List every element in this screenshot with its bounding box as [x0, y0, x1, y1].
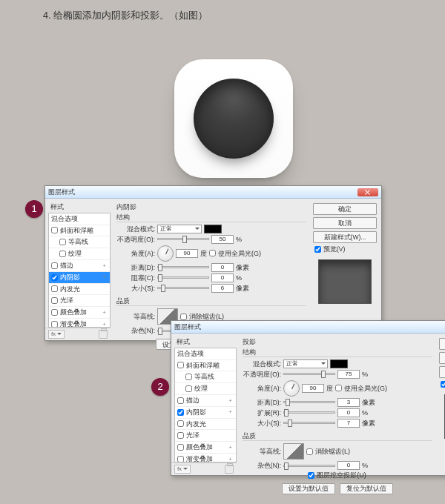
blend-mode-select[interactable]: 正常	[157, 225, 202, 233]
titlebar[interactable]: 图层样式	[45, 186, 381, 199]
global-light-label: 使用全局光(G)	[218, 250, 261, 258]
style-item-checkbox[interactable]	[59, 251, 66, 257]
shadow-color-swatch[interactable]	[204, 225, 222, 233]
style-item-渐变叠加[interactable]: 渐变叠加+	[175, 454, 236, 462]
noise-slider[interactable]	[283, 465, 335, 467]
style-item-checkbox[interactable]	[177, 432, 184, 439]
style-item-checkbox[interactable]	[177, 397, 184, 404]
style-item-纹理[interactable]: 纹理	[49, 248, 110, 260]
new-style-button[interactable]: 新建样式(W)...	[313, 231, 377, 243]
style-item-内阴影[interactable]: 内阴影+	[49, 272, 110, 284]
size-slider[interactable]	[157, 287, 209, 289]
distance-slider[interactable]	[283, 401, 335, 403]
angle-dial[interactable]	[157, 245, 174, 262]
plus-icon: +	[228, 444, 234, 451]
style-item-渐变叠加[interactable]: 渐变叠加+	[49, 319, 110, 328]
trash-icon[interactable]	[225, 465, 234, 474]
style-item-光泽[interactable]: 光泽	[175, 430, 236, 442]
style-list-header: 样式	[174, 336, 237, 348]
style-item-checkbox[interactable]	[51, 321, 58, 328]
style-item-纹理[interactable]: 纹理	[175, 383, 236, 395]
noise-field[interactable]: 0	[337, 461, 360, 470]
style-list-header: 样式	[48, 202, 111, 213]
style-list-panel: 样式 混合选项斜面和浮雕等高线纹理描边+内阴影+内发光光泽颜色叠加+渐变叠加+图…	[48, 202, 111, 328]
spread-slider[interactable]	[283, 411, 335, 414]
choke-unit: %	[236, 274, 242, 282]
new-style-button[interactable]: 新建样式(W)...	[439, 366, 445, 378]
ok-button[interactable]: 确定	[313, 203, 377, 215]
style-item-checkbox[interactable]	[59, 239, 66, 245]
size-slider[interactable]	[283, 422, 335, 424]
size-field[interactable]: 6	[211, 284, 234, 293]
style-item-checkbox[interactable]	[51, 309, 58, 316]
ok-button[interactable]: 确定	[439, 338, 445, 350]
choke-field[interactable]: 0	[211, 273, 234, 282]
distance-slider[interactable]	[157, 266, 209, 268]
style-item-checkbox[interactable]	[177, 420, 184, 427]
style-item-颜色叠加[interactable]: 颜色叠加+	[175, 442, 236, 454]
style-item-描边[interactable]: 描边+	[49, 260, 110, 272]
angle-field[interactable]: 90	[176, 249, 198, 258]
style-item-斜面和浮雕[interactable]: 斜面和浮雕	[175, 360, 236, 372]
style-item-checkbox[interactable]	[177, 444, 184, 451]
preview-checkbox[interactable]	[314, 246, 321, 253]
style-item-checkbox[interactable]	[177, 456, 184, 462]
style-item-checkbox[interactable]	[51, 285, 58, 292]
anti-alias-checkbox[interactable]	[180, 314, 187, 320]
style-item-斜面和浮雕[interactable]: 斜面和浮雕	[49, 225, 110, 237]
angle-field[interactable]: 90	[302, 384, 324, 393]
contour-picker[interactable]	[283, 443, 304, 460]
opacity-slider[interactable]	[283, 373, 335, 375]
distance-field[interactable]: 0	[211, 263, 234, 272]
opacity-slider[interactable]	[157, 238, 209, 240]
distance-field[interactable]: 3	[337, 398, 360, 407]
fx-menu-button[interactable]: fx	[48, 330, 65, 339]
spread-field[interactable]: 0	[337, 408, 360, 417]
style-item-等高线[interactable]: 等高线	[175, 371, 236, 383]
global-light-checkbox[interactable]	[335, 385, 342, 391]
style-item-内阴影[interactable]: 内阴影+	[175, 407, 236, 419]
choke-slider[interactable]	[157, 276, 209, 279]
style-item-颜色叠加[interactable]: 颜色叠加+	[49, 307, 110, 319]
style-item-光泽[interactable]: 光泽	[49, 295, 110, 307]
style-item-等高线[interactable]: 等高线	[49, 236, 110, 248]
size-field[interactable]: 7	[337, 419, 360, 428]
opacity-field[interactable]: 75	[337, 370, 360, 379]
anti-alias-checkbox[interactable]	[306, 448, 313, 455]
opacity-field[interactable]: 50	[211, 235, 234, 244]
style-item-checkbox[interactable]	[177, 409, 184, 416]
style-item-checkbox[interactable]	[51, 227, 58, 233]
dialog-right-panel: 确定 取消 新建样式(W)... 预览(V)	[312, 202, 378, 328]
fx-menu-button[interactable]: fx	[174, 465, 191, 474]
style-item-混合选项[interactable]: 混合选项	[49, 213, 110, 225]
style-item-checkbox[interactable]	[51, 274, 58, 281]
style-item-label: 内发光	[60, 285, 80, 294]
angle-dial[interactable]	[283, 380, 300, 397]
style-item-checkbox[interactable]	[185, 385, 192, 392]
style-item-内发光[interactable]: 内发光	[49, 284, 110, 296]
dialog-right-panel: 确定 取消 新建样式(W)... 预览(V)	[438, 336, 445, 462]
blend-mode-select[interactable]: 正常	[283, 359, 328, 368]
shadow-color-swatch[interactable]	[330, 359, 348, 368]
style-item-混合选项[interactable]: 混合选项	[175, 348, 236, 360]
style-item-描边[interactable]: 描边+	[175, 395, 236, 407]
style-item-内发光[interactable]: 内发光	[175, 419, 236, 431]
make-default-button[interactable]: 设置为默认值	[282, 483, 335, 494]
titlebar[interactable]: 图层样式	[171, 321, 445, 334]
style-item-label: 等高线	[194, 373, 214, 381]
global-light-checkbox[interactable]	[209, 250, 216, 256]
dialog-footer: fx	[171, 462, 237, 475]
style-item-checkbox[interactable]	[51, 297, 58, 304]
style-item-checkbox[interactable]	[185, 374, 192, 380]
cancel-button[interactable]: 取消	[439, 352, 445, 364]
style-item-checkbox[interactable]	[51, 262, 58, 269]
reset-default-button[interactable]: 复位为默认值	[340, 483, 393, 494]
knockout-checkbox[interactable]	[308, 472, 314, 479]
angle-unit: 度	[200, 250, 207, 258]
contour-label: 等高线:	[116, 313, 155, 320]
style-item-checkbox[interactable]	[177, 362, 184, 368]
trash-icon[interactable]	[99, 330, 108, 339]
cancel-button[interactable]: 取消	[313, 217, 377, 229]
preview-checkbox[interactable]	[441, 381, 445, 388]
close-icon[interactable]	[357, 188, 378, 196]
